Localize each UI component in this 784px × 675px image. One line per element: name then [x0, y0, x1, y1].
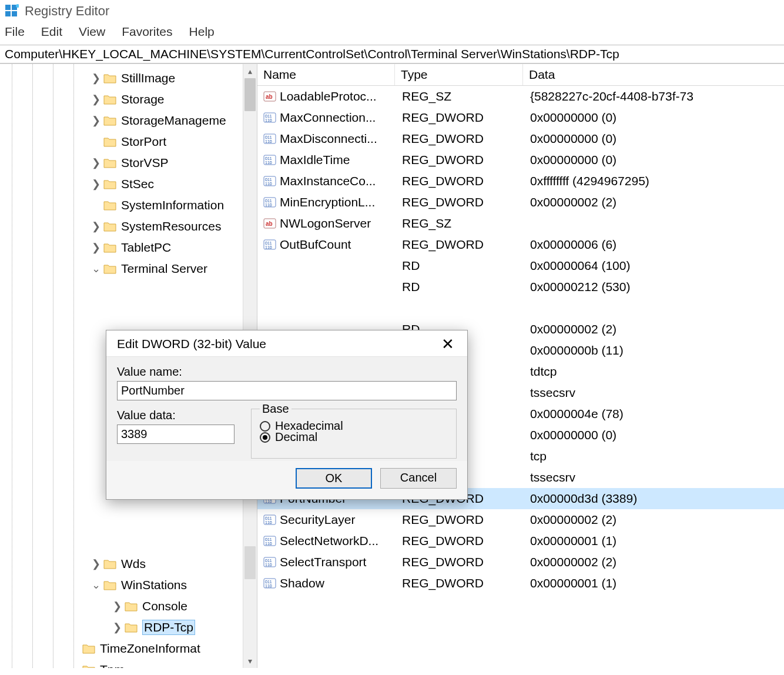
svg-text:011: 011 — [265, 178, 272, 182]
cell-data: 0x00000002 (2) — [524, 195, 784, 209]
scroll-down-icon[interactable]: ▾ — [243, 654, 257, 668]
svg-text:110: 110 — [265, 584, 272, 588]
cell-type: REG_DWORD — [396, 195, 524, 209]
tree-label: SystemResources — [121, 219, 221, 233]
tree-item[interactable]: ❯ StSec — [0, 173, 257, 195]
chevron-icon[interactable]: ❯ — [91, 220, 101, 233]
chevron-icon[interactable]: ❯ — [91, 557, 101, 570]
tree-label: RDP-Tcp — [142, 620, 195, 635]
cell-data: 0x0000004e (78) — [524, 407, 784, 421]
close-icon[interactable]: ✕ — [437, 336, 459, 352]
cell-data: 0x00000d3d (3389) — [524, 492, 784, 506]
svg-text:011: 011 — [265, 156, 272, 161]
cell-type: RD — [396, 280, 524, 294]
dialog-titlebar[interactable]: Edit DWORD (32-bit) Value ✕ — [106, 330, 467, 356]
tree-item[interactable]: ❯ Console — [0, 596, 257, 617]
cell-data: 0x00000002 (2) — [524, 513, 784, 527]
tree-item[interactable]: ⌄ Terminal Server — [0, 258, 257, 279]
cell-type: REG_DWORD — [396, 153, 524, 167]
svg-text:011: 011 — [265, 135, 272, 139]
menu-favorites[interactable]: Favorites — [122, 25, 172, 39]
ok-button[interactable]: OK — [296, 468, 372, 489]
tree-label: StorPort — [121, 135, 166, 149]
cell-data: 0xffffffff (4294967295) — [524, 174, 784, 188]
tree-label: Wds — [121, 557, 146, 571]
chevron-icon[interactable]: ❯ — [91, 114, 101, 127]
value-data-input[interactable] — [117, 425, 234, 444]
reg-sz-icon: ab — [263, 90, 276, 103]
scroll-thumb[interactable] — [244, 78, 256, 111]
chevron-icon[interactable]: ❯ — [112, 621, 122, 634]
reg-dword-icon: 011110 — [263, 175, 276, 188]
value-name-input[interactable] — [117, 381, 457, 400]
svg-rect-3 — [12, 11, 17, 16]
cell-data: 0x00000002 (2) — [524, 555, 784, 569]
list-row[interactable]: 011110 — [257, 298, 784, 319]
tree-item[interactable]: ❯ StillImage — [0, 68, 257, 89]
tree-item[interactable]: ❯ StorVSP — [0, 152, 257, 173]
cell-name: MaxIdleTime — [280, 153, 396, 167]
chevron-icon[interactable]: ⌄ — [91, 579, 101, 592]
list-row[interactable]: 011110 OutBufCount REG_DWORD 0x00000006 … — [257, 234, 784, 255]
list-row[interactable]: 011110 Shadow REG_DWORD 0x00000001 (1) — [257, 573, 784, 594]
cell-data: 0x00000000 (0) — [524, 153, 784, 167]
chevron-icon[interactable]: ❯ — [91, 72, 101, 85]
tree-item[interactable]: ❯ SystemResources — [0, 216, 257, 237]
menu-edit[interactable]: Edit — [41, 25, 62, 39]
menu-help[interactable]: Help — [189, 25, 215, 39]
list-row[interactable]: 011110 SecurityLayer REG_DWORD 0x0000000… — [257, 509, 784, 530]
scroll-thumb-lower[interactable] — [244, 546, 256, 579]
reg-dword-icon: 011110 — [263, 556, 276, 569]
tree-item[interactable]: ❯ RDP-Tcp — [0, 617, 257, 638]
list-row[interactable]: 011110 RD 0x00000064 (100) — [257, 255, 784, 276]
tree-item[interactable]: ❯ TabletPC — [0, 237, 257, 258]
list-row[interactable]: 011110 MaxInstanceCo... REG_DWORD 0xffff… — [257, 171, 784, 192]
col-data[interactable]: Data — [523, 64, 784, 85]
tree-item[interactable]: ⌄ WinStations — [0, 574, 257, 596]
list-row[interactable]: ab LoadableProtoc... REG_SZ {5828227c-20… — [257, 86, 784, 107]
list-row[interactable]: 011110 RD 0x00000212 (530) — [257, 276, 784, 298]
svg-text:110: 110 — [265, 139, 272, 143]
cell-name: MinEncryptionL... — [280, 195, 396, 209]
list-row[interactable]: 011110 MaxDisconnecti... REG_DWORD 0x000… — [257, 128, 784, 149]
chevron-icon[interactable]: ⌄ — [91, 262, 101, 275]
folder-icon — [103, 73, 116, 83]
chevron-icon[interactable]: ❯ — [91, 156, 101, 169]
list-row[interactable]: 011110 MaxConnection... REG_DWORD 0x0000… — [257, 107, 784, 128]
tree-item[interactable]: Tpm — [0, 659, 257, 668]
cancel-button[interactable]: Cancel — [380, 468, 457, 489]
cell-data: tssecsrv — [524, 470, 784, 484]
tree-item[interactable]: ❯ Wds — [0, 553, 257, 574]
svg-text:011: 011 — [265, 559, 272, 563]
tree-item[interactable]: SystemInformation — [0, 195, 257, 216]
chevron-icon[interactable]: ❯ — [91, 178, 101, 191]
tree-item[interactable]: StorPort — [0, 131, 257, 152]
tree-item[interactable]: ❯ Storage — [0, 89, 257, 110]
menu-view[interactable]: View — [79, 25, 105, 39]
tree-item[interactable]: TimeZoneInformat — [0, 638, 257, 659]
radio-icon — [260, 421, 270, 432]
scroll-up-icon[interactable]: ▴ — [243, 64, 257, 78]
menu-file[interactable]: File — [5, 25, 25, 39]
reg-dword-icon: 011110 — [263, 534, 276, 547]
tree-item[interactable]: ❯ StorageManageme — [0, 110, 257, 131]
list-row[interactable]: ab NWLogonServer REG_SZ — [257, 213, 784, 234]
list-row[interactable]: 011110 MinEncryptionL... REG_DWORD 0x000… — [257, 192, 784, 213]
folder-icon — [103, 158, 116, 168]
col-type[interactable]: Type — [395, 64, 523, 85]
chevron-icon[interactable]: ❯ — [112, 600, 122, 613]
folder-icon — [103, 200, 116, 210]
list-row[interactable]: 011110 SelectTransport REG_DWORD 0x00000… — [257, 552, 784, 573]
cell-data: tssecsrv — [524, 386, 784, 400]
list-row[interactable]: 011110 SelectNetworkD... REG_DWORD 0x000… — [257, 530, 784, 552]
list-row[interactable]: 011110 MaxIdleTime REG_DWORD 0x00000000 … — [257, 149, 784, 171]
reg-dword-icon: 011110 — [263, 513, 276, 526]
chevron-icon[interactable]: ❯ — [91, 93, 101, 106]
edit-dword-dialog: Edit DWORD (32-bit) Value ✕ Value name: … — [106, 330, 468, 500]
col-name[interactable]: Name — [257, 64, 395, 85]
svg-text:110: 110 — [265, 118, 272, 122]
cell-data: 0x00000001 (1) — [524, 576, 784, 590]
radio-dec[interactable]: Decimal — [260, 430, 448, 444]
chevron-icon[interactable]: ❯ — [91, 241, 101, 254]
address-bar[interactable]: Computer\HKEY_LOCAL_MACHINE\SYSTEM\Curre… — [0, 45, 784, 64]
